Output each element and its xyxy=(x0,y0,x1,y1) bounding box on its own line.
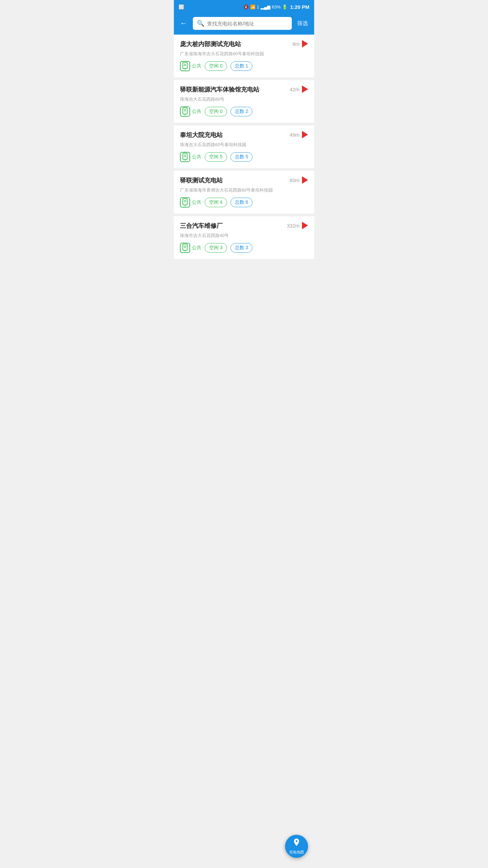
distance-text: 8m xyxy=(292,41,300,47)
station-address: 珠海吉大石花西路60号 xyxy=(180,96,308,102)
idle-tag: 空闲 4 xyxy=(205,198,227,207)
distance-text: 49m xyxy=(290,132,300,138)
station-distance: 42m xyxy=(290,85,308,93)
station-item[interactable]: 三合汽车维修厂 332m 珠海市吉大石花西路40号 公共 空闲 3 xyxy=(174,216,314,259)
station-header: 庞大桩内部测试充电站 8m xyxy=(180,40,308,48)
station-address: 广东省珠海市香洲吉大石花西路60号泰坦科技园 xyxy=(180,187,308,193)
station-distance: 332m xyxy=(287,222,308,229)
station-name: 庞大桩内部测试充电站 xyxy=(180,40,289,48)
status-bar: ⬜ 🔇 📶 1 ▂▄▆ 63% 🔋 1:20 PM xyxy=(174,0,314,14)
idle-tag: 空闲 5 xyxy=(205,152,227,162)
distance-text: 42m xyxy=(290,86,300,92)
status-left: ⬜ xyxy=(179,4,184,9)
public-tag: 公共 xyxy=(180,152,201,162)
station-tags: 公共 空闲 0 总数 1 xyxy=(180,61,308,71)
total-tag: 总数 3 xyxy=(230,243,253,253)
navigate-arrow-icon[interactable] xyxy=(302,85,308,93)
public-label: 公共 xyxy=(192,63,201,69)
idle-tag: 空闲 0 xyxy=(205,61,227,71)
idle-tag: 空闲 3 xyxy=(205,243,227,253)
station-tags: 公共 空闲 5 总数 5 xyxy=(180,152,308,162)
search-box[interactable]: 🔍 xyxy=(193,17,292,30)
public-tag: 公共 xyxy=(180,197,201,208)
charger-icon xyxy=(180,152,190,162)
signal-icon: ▂▄▆ xyxy=(261,4,270,9)
filter-button[interactable]: 筛选 xyxy=(295,19,310,28)
total-tag: 总数 5 xyxy=(230,152,253,162)
station-distance: 49m xyxy=(290,131,308,138)
station-item[interactable]: 驿联新能源汽车体验馆充电站 42m 珠海吉大石花西路60号 公共 空闲 xyxy=(174,80,314,123)
public-label: 公共 xyxy=(192,154,201,160)
public-label: 公共 xyxy=(192,199,201,205)
distance-text: 332m xyxy=(287,223,300,229)
station-distance: 8m xyxy=(292,40,308,47)
station-distance: 60m xyxy=(290,176,308,184)
back-button[interactable]: ← xyxy=(178,18,189,29)
navigate-arrow-icon[interactable] xyxy=(302,222,308,229)
public-label: 公共 xyxy=(192,245,201,251)
battery-text: 63% xyxy=(272,4,281,9)
public-tag: 公共 xyxy=(180,61,201,71)
station-list: 庞大桩内部测试充电站 8m 广东省珠海市吉大石花西路60号泰坦科技园 公共 xyxy=(174,35,314,259)
station-header: 驿联测试充电站 60m xyxy=(180,176,308,184)
station-header: 泰坦大院充电站 49m xyxy=(180,131,308,139)
screen-icon: ⬜ xyxy=(179,4,184,9)
mute-icon: 🔇 xyxy=(243,4,249,9)
station-item[interactable]: 驿联测试充电站 60m 广东省珠海市香洲吉大石花西路60号泰坦科技园 公共 xyxy=(174,171,314,214)
charger-icon xyxy=(180,197,190,208)
total-tag: 总数 6 xyxy=(230,198,253,207)
navigate-arrow-icon[interactable] xyxy=(302,40,308,47)
status-right: 🔇 📶 1 ▂▄▆ 63% 🔋 1:20 PM xyxy=(243,4,309,10)
status-time: 1:20 PM xyxy=(290,4,309,10)
battery-icon: 🔋 xyxy=(282,4,287,9)
station-address: 广东省珠海市吉大石花西路60号泰坦科技园 xyxy=(180,51,308,57)
station-tags: 公共 空闲 4 总数 6 xyxy=(180,197,308,208)
charger-icon xyxy=(180,243,190,253)
station-tags: 公共 空闲 3 总数 3 xyxy=(180,243,308,253)
total-tag: 总数 1 xyxy=(230,61,253,71)
navigate-arrow-icon[interactable] xyxy=(302,131,308,138)
station-tags: 公共 空闲 0 总数 2 xyxy=(180,106,308,117)
search-input[interactable] xyxy=(207,21,288,26)
station-item[interactable]: 泰坦大院充电站 49m 珠海吉大石花西路60号泰坦科技园 公共 空闲 xyxy=(174,125,314,168)
station-name: 三合汽车维修厂 xyxy=(180,222,283,230)
station-name: 驿联测试充电站 xyxy=(180,176,286,184)
station-header: 驿联新能源汽车体验馆充电站 42m xyxy=(180,85,308,94)
charger-icon xyxy=(180,61,190,71)
station-name: 泰坦大院充电站 xyxy=(180,131,286,139)
station-name: 驿联新能源汽车体验馆充电站 xyxy=(180,85,286,94)
station-header: 三合汽车维修厂 332m xyxy=(180,222,308,230)
station-item[interactable]: 庞大桩内部测试充电站 8m 广东省珠海市吉大石花西路60号泰坦科技园 公共 xyxy=(174,35,314,77)
station-address: 珠海市吉大石花西路40号 xyxy=(180,233,308,239)
public-label: 公共 xyxy=(192,108,201,115)
header: ← 🔍 筛选 xyxy=(174,14,314,35)
public-tag: 公共 xyxy=(180,106,201,117)
total-tag: 总数 2 xyxy=(230,107,253,116)
navigate-arrow-icon[interactable] xyxy=(302,176,308,184)
idle-tag: 空闲 0 xyxy=(205,107,227,116)
charger-icon xyxy=(180,106,190,117)
distance-text: 60m xyxy=(290,177,300,183)
public-tag: 公共 xyxy=(180,243,201,253)
station-address: 珠海吉大石花西路60号泰坦科技园 xyxy=(180,142,308,148)
sim-icon: 1 xyxy=(257,4,259,9)
wifi-icon: 📶 xyxy=(250,4,256,9)
search-icon: 🔍 xyxy=(197,20,204,27)
